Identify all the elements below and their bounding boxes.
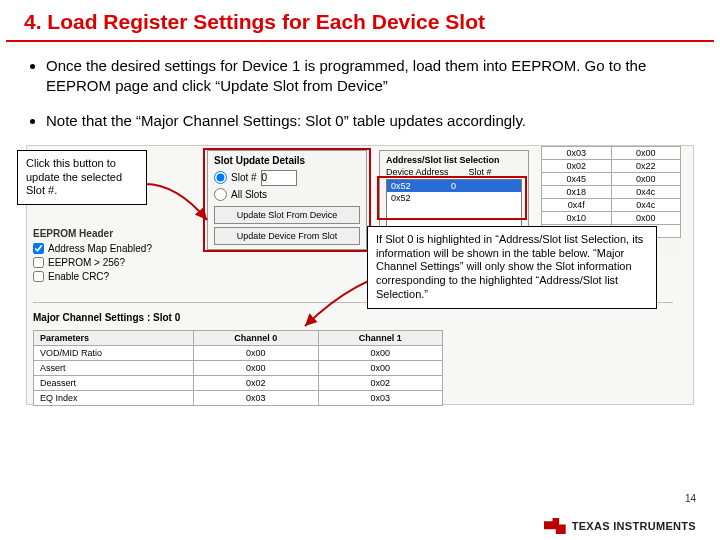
- callout-left: Click this button to update the selected…: [17, 150, 147, 205]
- list-cell: 0x52: [391, 181, 451, 191]
- mcs-cell: 0x03: [318, 390, 443, 405]
- major-channel-settings-table: Parameters Channel 0 Channel 1 VOD/MID R…: [33, 330, 443, 406]
- update-slot-from-device-button[interactable]: Update Slot From Device: [214, 206, 360, 224]
- slide-title: 4. Load Register Settings for Each Devic…: [6, 0, 714, 42]
- mini-cell: 0x4c: [611, 185, 681, 198]
- mini-cell: 0x45: [542, 172, 612, 185]
- list-row-selected[interactable]: 0x52 0: [387, 180, 521, 192]
- slot-update-header: Slot Update Details: [214, 155, 360, 166]
- mcs-cell: 0x00: [194, 360, 319, 375]
- mcs-cell: Assert: [34, 360, 194, 375]
- mcs-cell: 0x00: [194, 345, 319, 360]
- mini-cell: 0x18: [542, 185, 612, 198]
- mcs-cell: VOD/MID Ratio: [34, 345, 194, 360]
- address-slot-header: Address/Slot list Selection: [386, 155, 522, 165]
- update-device-from-slot-button[interactable]: Update Device From Slot: [214, 227, 360, 245]
- mini-cell: 0x4c: [611, 198, 681, 211]
- arrow-left: [137, 182, 217, 236]
- chk-eeprom-256-label: EEPROM > 256?: [48, 257, 125, 268]
- chk-eeprom-256[interactable]: [33, 257, 44, 268]
- mcs-cell: 0x02: [194, 375, 319, 390]
- bullet-list: Once the desired settings for Device 1 i…: [0, 56, 720, 131]
- col-slot-number: Slot #: [469, 167, 492, 177]
- bullet-item: Once the desired settings for Device 1 i…: [46, 56, 692, 97]
- mcs-cell: 0x00: [318, 345, 443, 360]
- callout-right: If Slot 0 is highlighted in “Address/Slo…: [367, 226, 657, 309]
- mcs-cell: EQ Index: [34, 390, 194, 405]
- mini-cell: 0x02: [542, 159, 612, 172]
- mini-cell: 0x00: [611, 146, 681, 159]
- mini-cell: 0x4f: [542, 198, 612, 211]
- mini-cell: 0x10: [542, 211, 612, 224]
- chk-address-map-label: Address Map Enabled?: [48, 243, 152, 254]
- col-device-address: Device Address: [386, 167, 449, 177]
- chk-enable-crc-label: Enable CRC?: [48, 271, 109, 282]
- mini-cell: 0x00: [611, 211, 681, 224]
- mini-cell: 0x03: [542, 146, 612, 159]
- ti-logo: TEXAS INSTRUMENTS: [544, 518, 696, 534]
- major-channel-settings-header: Major Channel Settings : Slot 0: [33, 312, 180, 323]
- mcs-col-param: Parameters: [34, 330, 194, 345]
- chk-enable-crc[interactable]: [33, 271, 44, 282]
- mcs-cell: 0x00: [318, 360, 443, 375]
- list-cell: 0: [451, 181, 456, 191]
- screenshot-panel: Click this button to update the selected…: [26, 145, 694, 405]
- mcs-cell: Deassert: [34, 375, 194, 390]
- chk-address-map[interactable]: [33, 243, 44, 254]
- bullet-item: Note that the “Major Channel Settings: S…: [46, 111, 692, 131]
- radio-slot-label: Slot #: [231, 172, 257, 183]
- slot-number-input[interactable]: [261, 170, 297, 186]
- mcs-cell: 0x02: [318, 375, 443, 390]
- mcs-cell: 0x03: [194, 390, 319, 405]
- ti-logo-text: TEXAS INSTRUMENTS: [572, 520, 696, 532]
- page-number: 14: [685, 493, 696, 504]
- radio-all-label: All Slots: [231, 189, 267, 200]
- list-row[interactable]: 0x52: [387, 192, 521, 204]
- slot-update-group: Slot Update Details Slot # All Slots Upd…: [207, 150, 367, 250]
- ti-chip-icon: [544, 518, 566, 534]
- list-cell: 0x52: [391, 193, 451, 203]
- eeprom-header-group: EEPROM Header Address Map Enabled? EEPRO…: [33, 228, 193, 285]
- mini-cell: 0x22: [611, 159, 681, 172]
- mini-cell: 0x00: [611, 172, 681, 185]
